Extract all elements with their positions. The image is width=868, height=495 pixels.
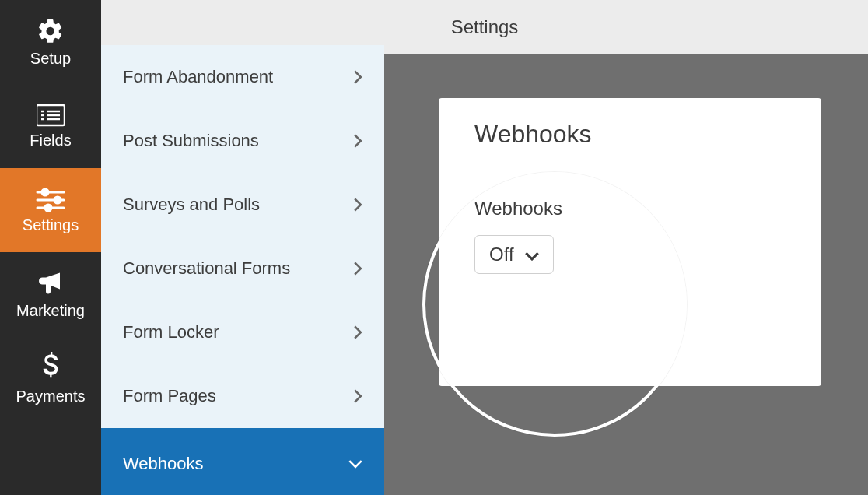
chevron-down-icon [525,244,539,265]
field-label: Webhooks [474,198,786,219]
nav-label: Fields [30,132,71,149]
nav-item-setup[interactable]: Setup [0,0,101,84]
settings-item-label: Post Submissions [123,131,259,151]
settings-item-label: Webhooks [123,454,204,474]
webhooks-toggle-dropdown[interactable]: Off [474,235,554,274]
list-icon [37,104,65,127]
settings-item-form-pages[interactable]: Form Pages [101,364,384,428]
settings-item-webhooks[interactable]: Webhooks [101,428,384,495]
svg-point-10 [54,197,61,203]
nav-label: Setup [30,50,71,68]
dropdown-value: Off [489,244,514,265]
nav-label: Payments [16,388,86,405]
settings-item-label: Form Abandonment [123,67,273,87]
settings-item-label: Conversational Forms [123,258,290,279]
sliders-icon [34,187,67,212]
chevron-right-icon [353,198,362,212]
nav-item-payments[interactable]: Payments [0,336,101,420]
gear-icon [37,17,65,45]
divider [474,163,786,163]
svg-point-8 [42,189,48,195]
nav-item-marketing[interactable]: Marketing [0,252,101,336]
nav-sidebar: Setup Fields Settings Marketing Payments [0,0,101,495]
chevron-right-icon [353,389,362,403]
chevron-right-icon [353,134,362,148]
settings-item-label: Form Pages [123,386,216,406]
settings-item-post-submissions[interactable]: Post Submissions [101,109,384,173]
svg-point-12 [45,205,51,211]
chevron-right-icon [353,262,362,276]
settings-item-surveys-polls[interactable]: Surveys and Polls [101,173,384,237]
content-canvas: Webhooks Webhooks Off [384,54,868,495]
chevron-right-icon [353,325,362,339]
bullhorn-icon [37,269,65,297]
settings-panel: Form Abandonment Post Submissions Survey… [101,45,384,495]
settings-item-label: Surveys and Polls [123,195,260,215]
nav-label: Marketing [16,302,85,320]
settings-item-form-locker[interactable]: Form Locker [101,300,384,364]
nav-label: Settings [23,216,79,234]
card-title: Webhooks [474,120,786,149]
nav-item-fields[interactable]: Fields [0,84,101,168]
chevron-right-icon [353,70,362,84]
settings-item-label: Form Locker [123,322,219,342]
nav-item-settings[interactable]: Settings [0,168,101,252]
page-title: Settings [451,16,519,38]
settings-item-form-abandonment[interactable]: Form Abandonment [101,45,384,109]
webhooks-card: Webhooks Webhooks Off [439,98,821,386]
chevron-down-icon [348,459,362,469]
dollar-icon [40,352,61,383]
settings-item-conversational-forms[interactable]: Conversational Forms [101,237,384,300]
